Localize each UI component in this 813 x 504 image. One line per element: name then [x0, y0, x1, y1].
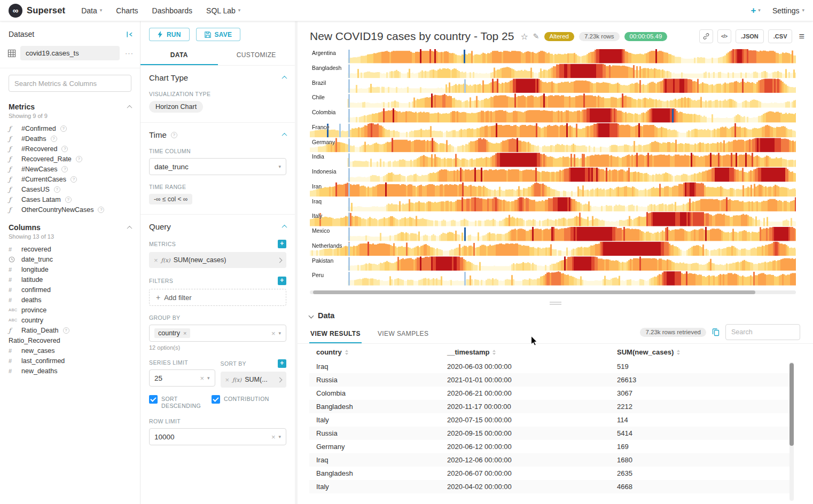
time-column-select[interactable]: date_trunc ▾: [149, 158, 286, 175]
table-row[interactable]: Russia2021-01-01 00:00:0026613: [309, 373, 789, 387]
horizon-chart[interactable]: ArgentinaBangladeshBrazilChileColombiaFr…: [310, 49, 796, 286]
table-row[interactable]: Germany2020-06-12 00:00:00169: [309, 440, 789, 453]
chart-menu-icon[interactable]: ≡: [799, 31, 804, 42]
metric-item[interactable]: ƒ#CurrentCases?: [0, 174, 140, 184]
nav-item-charts[interactable]: Charts: [116, 6, 138, 15]
chevron-up-icon[interactable]: [282, 225, 287, 230]
column-item[interactable]: #new_cases: [0, 345, 140, 356]
column-item[interactable]: #last_confirmed: [0, 356, 140, 366]
chevron-up-icon[interactable]: [127, 225, 132, 231]
group-by-select[interactable]: country × × ▾: [149, 325, 286, 342]
favorite-star-icon[interactable]: ☆: [520, 32, 528, 42]
collapse-panel-icon[interactable]: [126, 30, 134, 38]
nav-item-sql-lab[interactable]: SQL Lab▾: [206, 6, 240, 15]
sort-by-pill[interactable]: × ƒ(x) SUM(...: [221, 372, 287, 388]
table-row[interactable]: Iraq2020-12-06 00:00:001680: [309, 453, 789, 467]
column-item[interactable]: ABCcountry: [0, 315, 140, 325]
row-limit-select[interactable]: 10000 × ▾: [149, 428, 286, 445]
sort-icons[interactable]: [493, 350, 496, 355]
sort-icons[interactable]: [345, 350, 348, 355]
embed-code-button[interactable]: </>: [717, 29, 731, 43]
tab-data[interactable]: DATA: [140, 46, 218, 65]
export-json-button[interactable]: .JSON: [736, 29, 764, 43]
column-header-sum-new-cases[interactable]: SUM(new_cases): [617, 348, 674, 356]
sort-descending-checkbox[interactable]: SORT DESCENDING: [149, 395, 202, 410]
new-dropdown-button[interactable]: + ▾: [751, 6, 760, 15]
share-link-button[interactable]: [699, 29, 713, 43]
metric-item[interactable]: ƒ#Deaths?: [0, 133, 140, 144]
metric-item[interactable]: ƒ#Confirmed?: [0, 123, 140, 133]
scrollbar-thumb[interactable]: [789, 363, 794, 446]
more-options-icon[interactable]: ···: [124, 49, 135, 57]
panel-resize-handle[interactable]: [550, 302, 561, 305]
horizon-canvas[interactable]: [310, 49, 796, 286]
search-metrics-columns-input[interactable]: [9, 75, 131, 92]
metric-pill[interactable]: × ƒ(x) SUM(new_cases): [149, 252, 286, 268]
series-limit-select[interactable]: 25 × ▾: [149, 369, 215, 387]
column-item[interactable]: ABCprovince: [0, 305, 140, 315]
brand[interactable]: ∞ Superset: [9, 4, 65, 18]
chevron-right-icon[interactable]: [277, 257, 283, 263]
table-row[interactable]: Iraq2020-06-03 00:00:00519: [309, 360, 789, 373]
clear-icon[interactable]: ×: [271, 434, 276, 440]
metric-item[interactable]: ƒ#NewCases?: [0, 164, 140, 174]
chevron-up-icon[interactable]: [282, 76, 287, 81]
remove-icon[interactable]: ×: [183, 330, 186, 336]
chevron-down-icon[interactable]: [309, 313, 314, 318]
column-item[interactable]: #recovered: [0, 244, 140, 254]
remove-icon[interactable]: ×: [225, 376, 230, 383]
remove-icon[interactable]: ×: [154, 257, 158, 264]
add-filter-control[interactable]: + Add filter: [149, 289, 286, 306]
sort-icons[interactable]: [677, 350, 680, 355]
tab-view-results[interactable]: VIEW RESULTS: [309, 325, 362, 343]
nav-item-dashboards[interactable]: Dashboards: [152, 6, 193, 15]
table-row[interactable]: Italy2020-04-02 00:00:004668: [309, 480, 789, 493]
time-range-pill[interactable]: -∞ ≤ col < ∞: [149, 194, 192, 204]
nav-item-data[interactable]: Data▾: [81, 6, 102, 15]
metric-item[interactable]: ƒ#Recovered?: [0, 144, 140, 154]
column-item[interactable]: #new_deaths: [0, 366, 140, 376]
table-row[interactable]: Colombia2020-06-21 00:00:003067: [309, 387, 789, 400]
viz-type-pill[interactable]: Horizon Chart: [149, 101, 203, 113]
settings-menu[interactable]: Settings ▾: [772, 6, 804, 15]
chevron-up-icon[interactable]: [282, 133, 287, 138]
column-item[interactable]: #latitude: [0, 274, 140, 285]
column-item[interactable]: #deaths: [0, 295, 140, 305]
table-row[interactable]: Bangladesh2020-06-07 00:00:002635: [309, 467, 789, 480]
tab-customize[interactable]: CUSTOMIZE: [218, 46, 295, 65]
column-item[interactable]: ƒRatio_Death?: [0, 325, 140, 335]
metric-item[interactable]: ƒCases Latam?: [0, 194, 140, 204]
scrollbar-thumb[interactable]: [313, 290, 755, 294]
metric-item[interactable]: ƒRecovered_Rate?: [0, 154, 140, 164]
export-csv-button[interactable]: .CSV: [768, 29, 793, 43]
group-by-tag[interactable]: country ×: [154, 328, 190, 338]
column-item[interactable]: #confirmed: [0, 285, 140, 295]
metric-item[interactable]: ƒCasesUS?: [0, 184, 140, 194]
column-header-timestamp[interactable]: __timestamp: [447, 348, 489, 356]
column-item[interactable]: #longitude: [0, 264, 140, 274]
table-row[interactable]: Italy2020-07-15 00:00:00114: [309, 413, 789, 427]
chevron-right-icon[interactable]: [277, 377, 283, 382]
metric-item[interactable]: ƒOtherCountryNewCases?: [0, 204, 140, 215]
column-header-country[interactable]: country: [316, 348, 342, 356]
altered-badge[interactable]: Altered: [544, 32, 574, 41]
column-item[interactable]: date_trunc: [0, 254, 140, 264]
contribution-checkbox[interactable]: CONTRIBUTION: [212, 395, 264, 404]
run-button[interactable]: RUN: [149, 28, 190, 41]
data-section-header[interactable]: Data: [298, 306, 813, 322]
chevron-up-icon[interactable]: [127, 105, 132, 110]
save-button[interactable]: SAVE: [196, 28, 241, 41]
table-vertical-scrollbar[interactable]: [789, 362, 794, 501]
clear-icon[interactable]: ×: [271, 330, 276, 337]
column-item[interactable]: Ratio_Recovered: [0, 335, 140, 345]
clear-icon[interactable]: ×: [200, 375, 204, 382]
table-row[interactable]: Bangladesh2020-11-17 00:00:002212: [309, 400, 789, 413]
tab-view-samples[interactable]: VIEW SAMPLES: [377, 325, 430, 343]
add-sort-button[interactable]: +: [278, 359, 286, 368]
add-metric-button[interactable]: +: [278, 240, 286, 248]
dataset-name[interactable]: covid19.cases_ts: [20, 46, 120, 60]
table-row[interactable]: Russia2020-09-15 00:00:005414: [309, 427, 789, 440]
copy-icon[interactable]: [712, 328, 720, 336]
edit-icon[interactable]: ✎: [533, 32, 540, 41]
table-search-input[interactable]: [725, 324, 800, 340]
